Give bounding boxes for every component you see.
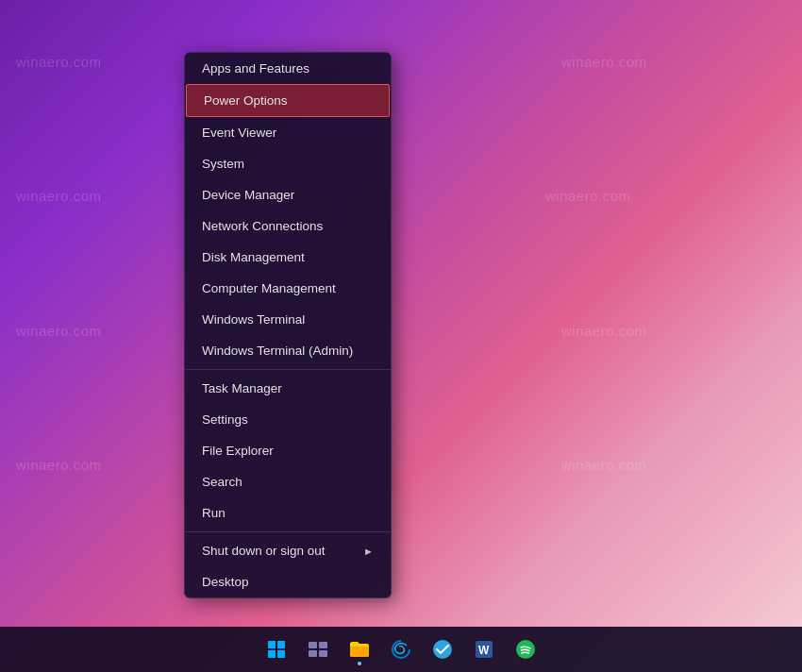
menu-separator	[185, 369, 391, 370]
watermark: winaero.com	[545, 188, 631, 204]
menu-item-computer-management[interactable]: Computer Management	[185, 273, 391, 304]
watermark: winaero.com	[16, 323, 102, 339]
menu-item-label: Task Manager	[202, 381, 282, 395]
menu-item-label: System	[202, 157, 244, 171]
menu-item-windows-terminal[interactable]: Windows Terminal	[185, 304, 391, 335]
menu-item-desktop[interactable]: Desktop	[185, 566, 391, 597]
context-menu: Apps and Features Power Options Event Vi…	[184, 52, 392, 598]
menu-item-power-options[interactable]: Power Options	[186, 84, 390, 117]
menu-item-label: Settings	[202, 412, 248, 427]
menu-item-label: File Explorer	[202, 444, 274, 458]
menu-item-label: Desktop	[202, 575, 249, 589]
menu-item-settings[interactable]: Settings	[185, 404, 391, 435]
svg-text:W: W	[478, 644, 490, 657]
menu-item-label: Apps and Features	[202, 61, 309, 76]
menu-item-label: Windows Terminal	[202, 312, 305, 327]
taskbar-dot	[358, 662, 361, 665]
menu-item-label: Windows Terminal (Admin)	[202, 344, 353, 358]
task-view-button[interactable]	[300, 631, 336, 667]
watermark: winaero.com	[561, 54, 647, 70]
watermark: winaero.com	[561, 457, 647, 473]
watermark: winaero.com	[561, 323, 647, 339]
menu-item-apps-features[interactable]: Apps and Features	[185, 53, 391, 84]
menu-item-label: Disk Management	[202, 250, 305, 264]
menu-item-label: Computer Management	[202, 281, 336, 295]
edge-taskbar-icon[interactable]	[383, 631, 419, 667]
svg-rect-7	[319, 650, 327, 657]
svg-rect-5	[319, 642, 327, 648]
svg-rect-3	[277, 650, 285, 658]
spotify-taskbar-icon[interactable]	[508, 631, 543, 667]
menu-item-disk-management[interactable]: Disk Management	[185, 242, 391, 273]
svg-rect-0	[268, 641, 276, 648]
menu-item-label: Shut down or sign out	[202, 544, 326, 558]
start-button[interactable]	[259, 631, 294, 667]
menu-item-task-manager[interactable]: Task Manager	[185, 373, 391, 404]
watermark: winaero.com	[16, 457, 102, 473]
menu-item-label: Search	[202, 475, 242, 489]
menu-item-windows-terminal-admin[interactable]: Windows Terminal (Admin)	[185, 335, 391, 366]
menu-item-network-connections[interactable]: Network Connections	[185, 210, 391, 242]
menu-item-device-manager[interactable]: Device Manager	[185, 179, 391, 210]
svg-rect-6	[309, 650, 317, 657]
menu-item-search[interactable]: Search	[185, 466, 391, 497]
watermark: winaero.com	[16, 188, 102, 204]
menu-item-event-viewer[interactable]: Event Viewer	[185, 117, 391, 148]
menu-item-shut-down[interactable]: Shut down or sign out ►	[185, 535, 391, 566]
telegram-taskbar-icon[interactable]	[425, 631, 460, 667]
submenu-arrow-icon: ►	[363, 546, 374, 557]
desktop: winaero.com winaero.com winaero.com wina…	[0, 0, 802, 672]
menu-item-system[interactable]: System	[185, 148, 391, 179]
menu-item-label: Event Viewer	[202, 126, 276, 140]
menu-item-run[interactable]: Run	[185, 497, 391, 529]
word-taskbar-icon[interactable]: W	[466, 631, 502, 667]
taskbar: W	[0, 627, 802, 672]
svg-rect-2	[268, 650, 276, 658]
file-explorer-taskbar-icon[interactable]	[342, 631, 377, 667]
svg-rect-1	[277, 641, 285, 648]
menu-item-label: Network Connections	[202, 219, 323, 233]
menu-item-label: Power Options	[204, 93, 288, 108]
menu-item-file-explorer[interactable]: File Explorer	[185, 435, 391, 466]
menu-item-label: Device Manager	[202, 188, 294, 202]
svg-rect-4	[309, 642, 317, 648]
menu-separator-2	[185, 531, 391, 532]
watermark: winaero.com	[16, 54, 102, 70]
menu-item-label: Run	[202, 506, 226, 520]
